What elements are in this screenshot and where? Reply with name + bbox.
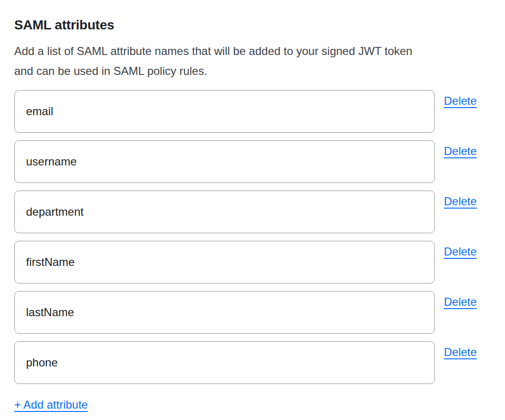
delete-link[interactable]: Delete xyxy=(444,346,477,359)
saml-attributes-section: SAML attributes Add a list of SAML attri… xyxy=(0,0,505,420)
attribute-name-input[interactable] xyxy=(14,241,435,283)
attribute-name-input[interactable] xyxy=(14,291,435,334)
attribute-row: Delete xyxy=(14,90,485,133)
attribute-row: Delete xyxy=(14,191,485,233)
attribute-row: Delete xyxy=(14,241,485,283)
attribute-name-input[interactable] xyxy=(14,90,435,133)
attribute-name-input[interactable] xyxy=(14,140,435,183)
section-title: SAML attributes xyxy=(14,18,485,33)
add-attribute-row: + Add attribute xyxy=(14,398,485,411)
section-description-line-2: and can be used in SAML policy rules. xyxy=(14,61,485,81)
delete-link[interactable]: Delete xyxy=(444,195,477,208)
attribute-name-input[interactable] xyxy=(14,191,435,233)
attribute-list: Delete Delete Delete Delete Delete Delet… xyxy=(14,90,485,384)
attribute-row: Delete xyxy=(14,140,485,183)
section-description: Add a list of SAML attribute names that … xyxy=(14,41,485,81)
attribute-name-input[interactable] xyxy=(14,341,435,384)
attribute-row: Delete xyxy=(14,341,485,384)
section-description-line-1: Add a list of SAML attribute names that … xyxy=(14,41,485,61)
delete-link[interactable]: Delete xyxy=(444,245,477,258)
add-attribute-link[interactable]: + Add attribute xyxy=(14,398,88,411)
delete-link[interactable]: Delete xyxy=(444,94,477,108)
delete-link[interactable]: Delete xyxy=(444,295,477,309)
delete-link[interactable]: Delete xyxy=(444,145,477,158)
attribute-row: Delete xyxy=(14,291,485,334)
